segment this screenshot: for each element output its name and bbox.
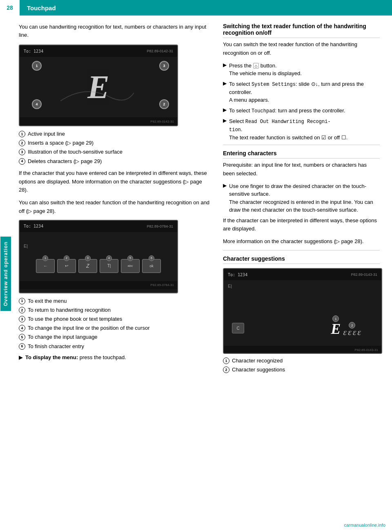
side-label: Overview and operation	[0, 237, 11, 311]
section1-step4-text: Select Read Out Handwriting Recogni-tion…	[229, 117, 347, 142]
screen2-list-text-3: To use the phone book or text templates	[28, 315, 122, 323]
char-list-num-2: 2	[223, 367, 229, 373]
screen2-list-text-1: To exit the menu	[28, 297, 67, 305]
char-list-item-2: 2 Character suggestions	[223, 366, 380, 373]
screen2-list-text-2: To return to handwriting recognition	[28, 306, 111, 314]
arrow-icon-3: ▶	[223, 107, 227, 115]
page-title: Touchpad	[27, 4, 56, 11]
char-E-main: E	[331, 321, 341, 337]
screen2-list-item-3: 3 To use the phone book or text template…	[19, 315, 211, 323]
screen2-list-item-5: 5 To change the input language	[19, 333, 211, 341]
list-text-3: Illustration of the touch-sensitive surf…	[28, 148, 122, 156]
section2-step: ▶ Use one finger to draw the desired cha…	[223, 182, 380, 214]
screen2-btn-2: 2 ↩	[57, 259, 76, 273]
list-text-1: Active input line	[28, 130, 65, 138]
list-num-1: 1	[19, 131, 25, 137]
screen1-bottom: P82.89-0142-31	[20, 117, 177, 125]
char-circle-2: 2	[349, 322, 355, 329]
main-content: You can use handwriting recognition for …	[11, 16, 392, 385]
list-text-4: Deletes characters (▷ page 29)	[28, 158, 102, 165]
char-small-suggestions: 2 ε ε ε ε	[343, 327, 361, 338]
arrow-icon-1: ▶	[223, 62, 227, 78]
display-menu-row: ▶ To display the menu: press the touchpa…	[19, 354, 211, 360]
divider-2	[223, 250, 380, 250]
screen2-list: 1 To exit the menu 2 To return to handwr…	[19, 297, 211, 350]
list-num-3: 3	[19, 149, 25, 155]
section1-step1-text: Press the ⌂ button.The vehicle menu is d…	[229, 62, 302, 78]
arrow-icon-4: ▶	[223, 118, 227, 142]
screen2-bottom: P82.89-0784-31	[20, 281, 177, 289]
screen2-list-item-4: 4 To change the input line or the positi…	[19, 324, 211, 332]
section3: Character suggestions To: 1234 P82.89-01…	[223, 255, 380, 373]
section1-step3: ▶ To select Touchpad: turn and press the…	[223, 107, 380, 115]
char-list-text-2: Character suggestions	[232, 366, 285, 373]
section2: Entering characters Prerequisite: an inp…	[223, 150, 380, 246]
char-list-item-1: 1 Character recognized	[223, 357, 380, 364]
screen2-list-num-4: 4	[19, 325, 25, 331]
display-menu-text: To display the menu: press the touchpad.	[25, 354, 126, 360]
char-dest: To: 1234	[228, 273, 247, 277]
char-e-small: E|	[228, 284, 232, 288]
screen2-list-text-5: To change the input language	[28, 333, 98, 341]
screen2-list-item-1: 1 To exit the menu	[19, 297, 211, 305]
screen2-body: E| 1 ← 2 ↩ 3 Z	[20, 232, 177, 281]
screen1-btn1: 1	[32, 61, 42, 71]
screen1-btn4: 4	[32, 99, 42, 109]
screen2-btn-1: 1 ←	[36, 259, 55, 273]
arrow-icon-5: ▶	[223, 183, 227, 214]
screen2-list-num-1: 1	[19, 298, 25, 304]
divider-1	[223, 145, 380, 145]
right-column: Switching the text reader function of th…	[223, 23, 380, 378]
screen1-dest: To: 1234	[24, 49, 43, 54]
screen2-list-num-3: 3	[19, 316, 25, 322]
screen2-dest: To: 1234	[24, 224, 43, 228]
intro-text: You can use handwriting recognition for …	[19, 23, 211, 39]
section1-step2: ▶ To select System Settings: slide ⊙↓, t…	[223, 80, 380, 104]
screen2-btn-6: 6 ok	[142, 259, 161, 273]
section1-step4: ▶ Select Read Out Handwriting Recogni-ti…	[223, 117, 380, 142]
section3-heading: Character suggestions	[223, 255, 380, 264]
button-symbol: ⌂	[253, 63, 259, 69]
screen2-btn-4: 4 T|	[100, 259, 118, 273]
section1-intro: You can switch the text reader function …	[223, 40, 380, 58]
char-screen: To: 1234 P82.89-0143-31 E| C 1	[223, 268, 382, 354]
screen1-body: E 1 2 3 4	[20, 57, 177, 117]
page-number: 28	[0, 0, 20, 16]
screen2-list-num-2: 2	[19, 307, 25, 313]
char-left-btn: C	[232, 323, 244, 333]
screen1-image: To: 1234 P82.89-0142-31 E 1 2 3 4 P82.89…	[19, 45, 178, 126]
char-suggestions-area: 1 E 2 ε ε ε ε	[331, 320, 361, 338]
header-bar: 28 Touchpad	[0, 0, 392, 16]
list-item-3: 3 Illustration of the touch-sensitive su…	[19, 148, 211, 156]
list-num-2: 2	[19, 140, 25, 146]
section1-step2-text: To select System Settings: slide ⊙↓, tur…	[229, 80, 380, 104]
body-text-2: You can also switch the text reader func…	[19, 199, 211, 216]
section2-step-text: Use one finger to draw the desired chara…	[229, 182, 380, 214]
char-suggestion-list: 1 Character recognized 2 Character sugge…	[223, 357, 380, 373]
watermark-text: carmanualonline.info	[344, 523, 385, 528]
arrow-icon: ▶	[19, 354, 23, 360]
screen1-curve	[52, 80, 134, 105]
screen2-list-text-6: To finish character entry	[28, 343, 84, 350]
section1-heading: Switching the text reader function of th…	[223, 23, 380, 38]
char-screen-top: To: 1234 P82.89-0143-31	[224, 269, 381, 280]
section2-body1: If the character can be interpreted in d…	[223, 217, 380, 234]
body-text-1: If the character that you have entered c…	[19, 169, 211, 194]
list-num-4: 4	[19, 158, 25, 165]
list-item-2: 2 Inserts a space (▷ page 29)	[19, 139, 211, 147]
screen2-e: E|	[24, 244, 28, 248]
screen1-top-bar: To: 1234 P82.89-0142-31	[20, 45, 177, 57]
screen2-buttons: 1 ← 2 ↩ 3 Z 4 T|	[20, 259, 177, 273]
watermark: carmanualonline.info	[344, 522, 385, 528]
screen1-btn2: 2	[159, 99, 169, 109]
char-screen-body: E| C 1 E 2	[224, 280, 381, 346]
section2-body2: More information on the character sugges…	[223, 237, 380, 246]
screen2-btn-5: 5 abc	[121, 259, 140, 273]
screen1-btn3: 3	[159, 61, 169, 71]
screen2-btn-3: 3 Z	[78, 259, 97, 273]
list-item-1: 1 Active input line	[19, 130, 211, 138]
char-list-text-1: Character recognized	[232, 357, 283, 364]
section1: Switching the text reader function of th…	[223, 23, 380, 141]
char-list-num-1: 1	[223, 358, 229, 364]
screen1-list: 1 Active input line 2 Inserts a space (▷…	[19, 130, 211, 165]
